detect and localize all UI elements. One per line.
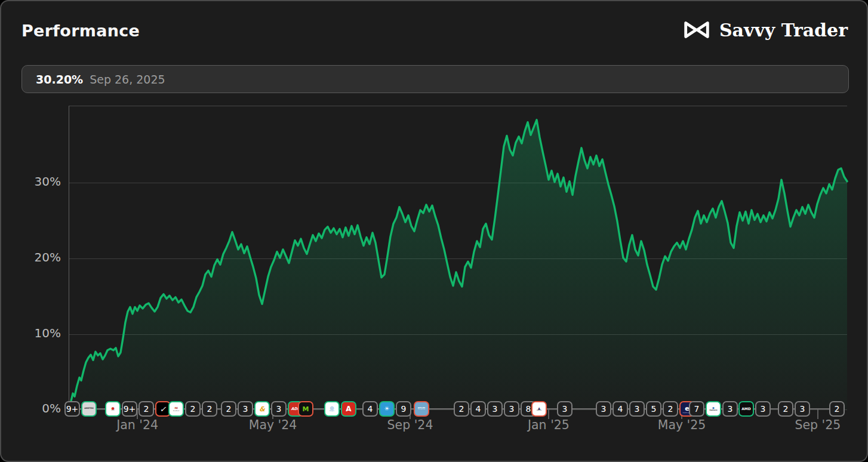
event-count-label: 3 [509,405,515,413]
event-count-label: 2 [144,405,149,413]
event-badge-count[interactable]: 2 [202,401,217,417]
logo-glyph: AMETEK [84,408,94,409]
event-count-label: 2 [783,405,789,413]
event-group: 3 [557,401,572,417]
logo-glyph: A [346,405,351,412]
event-group: AMD3 [738,401,771,417]
event-badge-count[interactable]: 2 [138,401,154,417]
event-badge-amd-logo[interactable]: AMD [738,401,754,417]
event-count-label: 3 [493,405,498,413]
event-badge-count[interactable]: 9+ [122,401,137,417]
x-axis-label: Sep '25 [779,418,857,432]
logo-glyph: MATERIALS [418,409,425,410]
event-badge-adobe-logo[interactable]: A [341,401,356,417]
event-count-label: 3 [562,405,568,413]
event-count-label: 7 [694,405,700,413]
event-count-label: 3 [728,405,733,413]
event-badge-count[interactable]: 2 [454,401,469,417]
event-count-label: 4 [368,405,373,413]
event-count-label: 3 [243,405,248,413]
event-count-label: 9+ [66,405,79,413]
event-count-label: 9+ [124,405,136,413]
event-group: APPLIEDMATERIALS [414,401,429,417]
event-badge-count[interactable]: 2 [185,401,201,417]
event-count-label: 2 [459,405,464,413]
event-badge-count[interactable]: 3 [795,401,810,417]
event-group: 9+AMETEK [64,401,97,417]
event-group: 23 [778,401,810,417]
performance-chart [69,106,847,410]
event-badge-count[interactable]: 3 [487,401,503,417]
event-count-label: 2 [668,405,673,413]
event-group: ◎IncyteA [324,401,356,417]
event-badge-count[interactable]: 2 [778,401,793,417]
event-count-label: 2 [226,405,232,413]
logo-glyph: ✓ [160,405,167,413]
brand[interactable]: Savvy Trader [681,19,848,41]
event-group: 23&3ADP [221,401,303,417]
y-axis-label: 30% [18,174,61,189]
event-badge-cameco-logo[interactable]: ◆Cameco [706,401,721,417]
event-badge-ametek-logo[interactable]: AMETEK [81,401,97,417]
event-badge-count[interactable]: 5 [646,401,661,417]
event-badge-blue-sun-logo[interactable]: ☀ [379,401,395,417]
event-count-label: 3 [761,405,766,413]
event-group: 34352eexpedia group [596,401,695,417]
event-badge-count[interactable]: 3 [629,401,645,417]
event-group: 7◆Cameco3 [689,401,738,417]
event-badge-count[interactable]: 3 [755,401,771,417]
logo-glyph: M [303,406,309,412]
logo-glyph: ☀ [384,406,390,412]
y-axis-label: 0% [18,401,61,415]
event-badge-vertex-logo[interactable]: ▲VERTEX [531,401,547,417]
event-group: 4☀9 [362,401,411,417]
event-count-label: 2 [835,405,840,413]
event-badge-count[interactable]: 2 [663,401,678,417]
event-count-label: 3 [635,405,640,413]
return-value: 30.20% [36,73,83,86]
savvy-trader-logo-icon [681,19,712,41]
event-badge-count[interactable]: 3 [238,401,253,417]
event-badge-resmed-logo[interactable]: ≈ResMed [168,401,184,417]
event-badge-count[interactable]: 7 [689,401,704,417]
logo-glyph: McD [111,410,115,412]
logo-glyph: Incyte [330,411,334,412]
event-badge-mcdonalds-logo[interactable]: ●McD [105,401,121,417]
event-count-label: 2 [207,405,213,413]
event-count-label: 4 [476,405,481,413]
event-badge-count[interactable]: 3 [596,401,611,417]
event-group: 2 [829,401,845,417]
event-badge-count[interactable]: 4 [470,401,486,417]
event-badge-gold-emblem-logo[interactable]: & [254,401,270,417]
event-badge-count[interactable]: 4 [362,401,378,417]
event-badge-count[interactable]: 3 [271,401,287,417]
event-count-label: 4 [618,405,623,413]
y-axis-label: 10% [18,326,61,340]
plot-area [69,106,847,410]
event-group: 24338 [454,401,536,417]
event-badge-count[interactable]: 2 [221,401,236,417]
event-badge-count[interactable]: 9 [396,401,411,417]
event-badge-count[interactable]: 9+ [64,401,80,417]
event-badge-count[interactable]: 2 [829,401,845,417]
event-group: ●McD9+2✓ [105,401,171,417]
event-badge-count[interactable]: 3 [504,401,519,417]
y-axis-label: 20% [18,250,61,264]
as-of-date: Sep 26, 2025 [90,73,165,86]
event-badge-applied-materials-logo[interactable]: APPLIEDMATERIALS [414,401,429,417]
event-count-label: 2 [190,405,196,413]
x-axis-label: Jan '24 [99,418,176,432]
event-count-label: 3 [601,405,607,413]
event-count-label: 5 [651,405,657,413]
x-axis-label: May '25 [643,418,721,432]
event-badge-count[interactable]: 3 [557,401,572,417]
event-badge-incyte-logo[interactable]: ◎Incyte [324,401,340,417]
event-badge-count[interactable]: 3 [722,401,738,417]
event-badge-count[interactable]: 4 [612,401,628,417]
event-group: ▲VERTEX [531,401,547,417]
page-title: Performance [21,21,140,40]
performance-card: Performance Savvy Trader 30.20% Sep 26, … [0,0,868,462]
logo-glyph: & [259,406,265,412]
logo-glyph: VERTEX [536,410,541,411]
event-badge-monster-energy-logo[interactable]: M [298,401,313,417]
